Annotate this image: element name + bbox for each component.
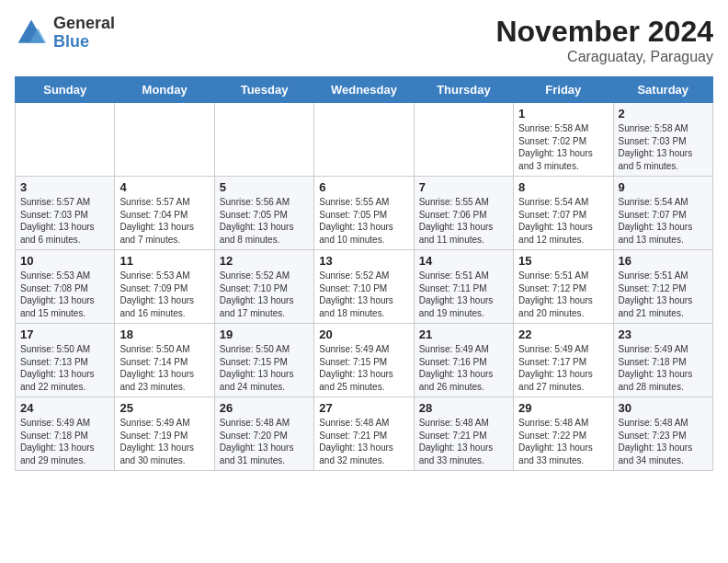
- day-number: 22: [518, 327, 608, 341]
- day-cell: 1Sunrise: 5:58 AM Sunset: 7:02 PM Daylig…: [514, 103, 613, 177]
- col-header-friday: Friday: [514, 77, 613, 103]
- day-info: Sunrise: 5:50 AM Sunset: 7:14 PM Dayligh…: [119, 343, 209, 393]
- day-number: 18: [119, 327, 209, 341]
- day-cell: 6Sunrise: 5:55 AM Sunset: 7:05 PM Daylig…: [314, 177, 414, 250]
- day-number: 13: [319, 254, 408, 268]
- day-cell: 22Sunrise: 5:49 AM Sunset: 7:17 PM Dayli…: [514, 324, 613, 397]
- day-info: Sunrise: 5:49 AM Sunset: 7:19 PM Dayligh…: [119, 417, 209, 466]
- day-cell: [115, 103, 214, 177]
- day-number: 6: [319, 180, 408, 194]
- day-number: 19: [220, 327, 309, 341]
- day-cell: 14Sunrise: 5:51 AM Sunset: 7:11 PM Dayli…: [414, 250, 513, 324]
- day-cell: 15Sunrise: 5:51 AM Sunset: 7:12 PM Dayli…: [514, 250, 613, 324]
- day-number: 12: [220, 254, 309, 268]
- day-info: Sunrise: 5:51 AM Sunset: 7:11 PM Dayligh…: [419, 270, 508, 319]
- day-info: Sunrise: 5:55 AM Sunset: 7:06 PM Dayligh…: [419, 196, 508, 246]
- day-info: Sunrise: 5:49 AM Sunset: 7:15 PM Dayligh…: [319, 343, 408, 393]
- location: Caraguatay, Paraguay: [495, 49, 713, 65]
- day-cell: 12Sunrise: 5:52 AM Sunset: 7:10 PM Dayli…: [214, 250, 313, 324]
- day-number: 24: [20, 401, 109, 415]
- day-number: 20: [319, 327, 408, 341]
- day-cell: 30Sunrise: 5:48 AM Sunset: 7:23 PM Dayli…: [613, 397, 712, 471]
- logo-text: General Blue: [53, 15, 115, 52]
- day-cell: 25Sunrise: 5:49 AM Sunset: 7:19 PM Dayli…: [115, 397, 214, 471]
- day-number: 25: [119, 401, 209, 415]
- day-info: Sunrise: 5:51 AM Sunset: 7:12 PM Dayligh…: [518, 270, 608, 319]
- day-info: Sunrise: 5:48 AM Sunset: 7:22 PM Dayligh…: [518, 417, 608, 466]
- day-cell: 5Sunrise: 5:56 AM Sunset: 7:05 PM Daylig…: [214, 177, 313, 250]
- day-number: 26: [220, 401, 309, 415]
- day-info: Sunrise: 5:54 AM Sunset: 7:07 PM Dayligh…: [619, 196, 708, 246]
- day-number: 29: [518, 401, 608, 415]
- day-number: 30: [619, 401, 708, 415]
- day-cell: 3Sunrise: 5:57 AM Sunset: 7:03 PM Daylig…: [16, 177, 115, 250]
- day-number: 17: [20, 327, 109, 341]
- week-row: 17Sunrise: 5:50 AM Sunset: 7:13 PM Dayli…: [16, 324, 713, 397]
- day-number: 10: [20, 254, 109, 268]
- week-row: 1Sunrise: 5:58 AM Sunset: 7:02 PM Daylig…: [16, 103, 713, 177]
- day-info: Sunrise: 5:48 AM Sunset: 7:23 PM Dayligh…: [619, 417, 708, 466]
- day-number: 23: [619, 327, 708, 341]
- logo-icon: [15, 17, 48, 50]
- day-info: Sunrise: 5:56 AM Sunset: 7:05 PM Dayligh…: [220, 196, 309, 246]
- day-info: Sunrise: 5:53 AM Sunset: 7:08 PM Dayligh…: [20, 270, 109, 319]
- day-number: 27: [319, 401, 408, 415]
- col-header-wednesday: Wednesday: [314, 77, 414, 103]
- day-number: 15: [518, 254, 608, 268]
- day-info: Sunrise: 5:52 AM Sunset: 7:10 PM Dayligh…: [220, 270, 309, 319]
- page-header: General Blue November 2024 Caraguatay, P…: [15, 15, 713, 65]
- col-header-thursday: Thursday: [414, 77, 513, 103]
- header-row: SundayMondayTuesdayWednesdayThursdayFrid…: [16, 77, 713, 103]
- title-block: November 2024 Caraguatay, Paraguay: [495, 15, 713, 65]
- day-number: 28: [419, 401, 508, 415]
- day-number: 5: [220, 180, 309, 194]
- day-number: 21: [419, 327, 508, 341]
- col-header-saturday: Saturday: [613, 77, 712, 103]
- day-info: Sunrise: 5:51 AM Sunset: 7:12 PM Dayligh…: [619, 270, 708, 319]
- day-info: Sunrise: 5:55 AM Sunset: 7:05 PM Dayligh…: [319, 196, 408, 246]
- day-info: Sunrise: 5:57 AM Sunset: 7:04 PM Dayligh…: [119, 196, 209, 246]
- day-info: Sunrise: 5:53 AM Sunset: 7:09 PM Dayligh…: [119, 270, 209, 319]
- day-cell: 13Sunrise: 5:52 AM Sunset: 7:10 PM Dayli…: [314, 250, 414, 324]
- day-cell: 2Sunrise: 5:58 AM Sunset: 7:03 PM Daylig…: [613, 103, 712, 177]
- day-cell: 24Sunrise: 5:49 AM Sunset: 7:18 PM Dayli…: [16, 397, 115, 471]
- day-cell: 23Sunrise: 5:49 AM Sunset: 7:18 PM Dayli…: [613, 324, 712, 397]
- day-cell: 20Sunrise: 5:49 AM Sunset: 7:15 PM Dayli…: [314, 324, 414, 397]
- day-cell: 29Sunrise: 5:48 AM Sunset: 7:22 PM Dayli…: [514, 397, 613, 471]
- day-number: 4: [119, 180, 209, 194]
- day-cell: 19Sunrise: 5:50 AM Sunset: 7:15 PM Dayli…: [214, 324, 313, 397]
- day-cell: 9Sunrise: 5:54 AM Sunset: 7:07 PM Daylig…: [613, 177, 712, 250]
- day-number: 3: [20, 180, 109, 194]
- day-number: 7: [419, 180, 508, 194]
- col-header-monday: Monday: [115, 77, 214, 103]
- day-cell: 27Sunrise: 5:48 AM Sunset: 7:21 PM Dayli…: [314, 397, 414, 471]
- calendar-table: SundayMondayTuesdayWednesdayThursdayFrid…: [15, 76, 713, 471]
- day-cell: 11Sunrise: 5:53 AM Sunset: 7:09 PM Dayli…: [115, 250, 214, 324]
- day-cell: [314, 103, 414, 177]
- day-number: 16: [619, 254, 708, 268]
- day-cell: 7Sunrise: 5:55 AM Sunset: 7:06 PM Daylig…: [414, 177, 513, 250]
- day-info: Sunrise: 5:57 AM Sunset: 7:03 PM Dayligh…: [20, 196, 109, 246]
- day-cell: 18Sunrise: 5:50 AM Sunset: 7:14 PM Dayli…: [115, 324, 214, 397]
- day-cell: 8Sunrise: 5:54 AM Sunset: 7:07 PM Daylig…: [514, 177, 613, 250]
- day-info: Sunrise: 5:50 AM Sunset: 7:13 PM Dayligh…: [20, 343, 109, 393]
- day-cell: 16Sunrise: 5:51 AM Sunset: 7:12 PM Dayli…: [613, 250, 712, 324]
- day-info: Sunrise: 5:54 AM Sunset: 7:07 PM Dayligh…: [518, 196, 608, 246]
- month-title: November 2024: [495, 15, 713, 49]
- col-header-tuesday: Tuesday: [214, 77, 313, 103]
- logo: General Blue: [15, 15, 115, 52]
- day-info: Sunrise: 5:52 AM Sunset: 7:10 PM Dayligh…: [319, 270, 408, 319]
- day-info: Sunrise: 5:49 AM Sunset: 7:17 PM Dayligh…: [518, 343, 608, 393]
- day-info: Sunrise: 5:48 AM Sunset: 7:21 PM Dayligh…: [319, 417, 408, 466]
- day-cell: 4Sunrise: 5:57 AM Sunset: 7:04 PM Daylig…: [115, 177, 214, 250]
- week-row: 10Sunrise: 5:53 AM Sunset: 7:08 PM Dayli…: [16, 250, 713, 324]
- col-header-sunday: Sunday: [16, 77, 115, 103]
- day-cell: 10Sunrise: 5:53 AM Sunset: 7:08 PM Dayli…: [16, 250, 115, 324]
- logo-general: General: [53, 15, 115, 33]
- logo-blue: Blue: [53, 33, 115, 52]
- day-cell: [16, 103, 115, 177]
- day-cell: 28Sunrise: 5:48 AM Sunset: 7:21 PM Dayli…: [414, 397, 513, 471]
- day-info: Sunrise: 5:49 AM Sunset: 7:16 PM Dayligh…: [419, 343, 508, 393]
- day-cell: [214, 103, 313, 177]
- day-number: 1: [518, 107, 608, 121]
